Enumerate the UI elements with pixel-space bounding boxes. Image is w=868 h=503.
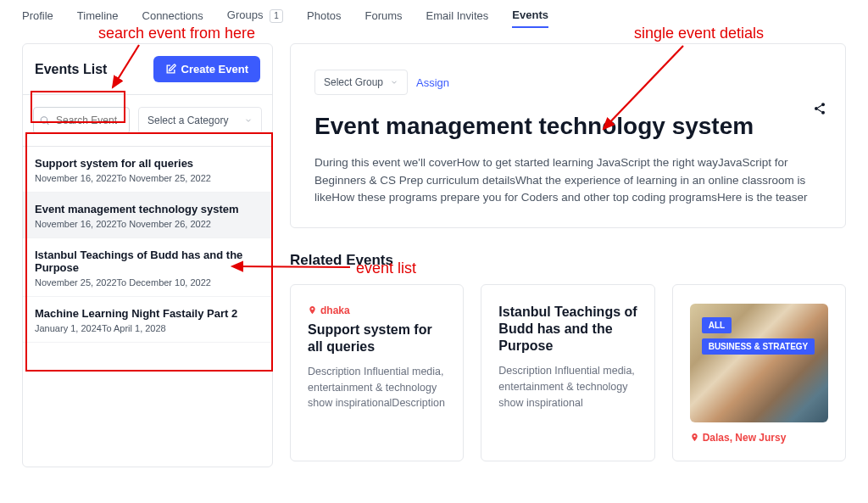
tag: BUSINESS & STRATEGY bbox=[702, 338, 815, 355]
related-card[interactable]: Istanbul Teachings of Budd has and the P… bbox=[481, 284, 654, 461]
events-list-title: Events List bbox=[35, 62, 107, 77]
nav-forums[interactable]: Forums bbox=[365, 9, 403, 27]
event-row[interactable]: Machine Learning Night Fastaily Part 2 J… bbox=[23, 297, 272, 343]
tag: ALL bbox=[702, 317, 732, 333]
related-card[interactable]: dhaka Support system for all queries Des… bbox=[290, 284, 464, 461]
nav-timeline[interactable]: Timeline bbox=[77, 9, 119, 27]
chevron-down-icon bbox=[244, 116, 253, 125]
event-row-title: Machine Learning Night Fastaily Part 2 bbox=[35, 307, 260, 320]
nav-profile[interactable]: Profile bbox=[22, 9, 53, 27]
related-events-heading: Related Events bbox=[290, 252, 846, 269]
card-title: Support system for all queries bbox=[308, 321, 446, 355]
event-title: Event management technology system bbox=[314, 112, 821, 141]
pin-icon bbox=[308, 305, 317, 316]
event-row-title: Event management technology system bbox=[35, 203, 260, 215]
event-detail-card: Select Group Assign Event management tec… bbox=[290, 43, 846, 228]
card-location: Dalas, New Jursy bbox=[690, 432, 787, 444]
svg-point-0 bbox=[41, 117, 47, 124]
nav-groups[interactable]: Groups 1 bbox=[227, 8, 283, 28]
related-events-cards: dhaka Support system for all queries Des… bbox=[290, 284, 846, 461]
nav-photos[interactable]: Photos bbox=[307, 9, 341, 27]
nav-connections[interactable]: Connections bbox=[142, 9, 203, 27]
event-row-title: Istanbul Teachings of Budd has and the P… bbox=[35, 249, 260, 274]
category-select-label: Select a Category bbox=[147, 115, 228, 126]
svg-point-3 bbox=[821, 111, 825, 115]
groups-count-badge: 1 bbox=[270, 9, 283, 23]
event-row[interactable]: Support system for all queries November … bbox=[23, 147, 272, 193]
card-location: dhaka bbox=[308, 305, 350, 316]
nav-groups-label: Groups bbox=[227, 8, 264, 21]
chevron-down-icon bbox=[390, 78, 398, 87]
card-title: Istanbul Teachings of Budd has and the P… bbox=[498, 304, 637, 355]
events-list-panel: Events List Create Event Select a Catego… bbox=[22, 43, 273, 467]
event-row-dates: January 1, 2024To April 1, 2028 bbox=[35, 323, 260, 333]
event-row-dates: November 16, 2022To November 25, 2022 bbox=[35, 173, 260, 183]
pin-icon bbox=[690, 432, 699, 443]
search-input-wrap bbox=[33, 107, 130, 134]
card-desc: Description Influential media, entertain… bbox=[498, 363, 637, 411]
event-row[interactable]: Istanbul Teachings of Budd has and the P… bbox=[23, 238, 272, 297]
card-tags: ALL BUSINESS & STRATEGY bbox=[702, 317, 828, 355]
event-description: During this event we'll coverHow to get … bbox=[314, 154, 821, 208]
related-card[interactable]: ALL BUSINESS & STRATEGY Dalas, New Jursy bbox=[672, 284, 846, 461]
events-list: Support system for all queries November … bbox=[23, 147, 272, 343]
group-select[interactable]: Select Group bbox=[314, 70, 408, 95]
create-event-button[interactable]: Create Event bbox=[153, 56, 260, 82]
card-desc: Description Influential media, entertain… bbox=[308, 364, 446, 411]
event-detail-area: Select Group Assign Event management tec… bbox=[290, 43, 846, 467]
search-icon bbox=[39, 115, 50, 126]
svg-point-2 bbox=[815, 107, 818, 110]
share-icon[interactable] bbox=[813, 102, 826, 115]
category-select[interactable]: Select a Category bbox=[138, 107, 262, 134]
card-image: ALL BUSINESS & STRATEGY bbox=[690, 304, 828, 422]
top-nav: Profile Timeline Connections Groups 1 Ph… bbox=[0, 0, 868, 35]
group-select-label: Select Group bbox=[324, 76, 383, 88]
event-row-dates: November 25, 2022To December 10, 2022 bbox=[35, 277, 260, 288]
event-row-dates: November 16, 2022To November 26, 2022 bbox=[35, 219, 260, 229]
card-location-text: dhaka bbox=[320, 305, 350, 316]
nav-events[interactable]: Events bbox=[512, 8, 548, 28]
create-event-label: Create Event bbox=[181, 63, 248, 75]
assign-link[interactable]: Assign bbox=[416, 76, 449, 89]
svg-point-1 bbox=[821, 103, 825, 106]
event-row[interactable]: Event management technology system Novem… bbox=[23, 193, 272, 238]
edit-icon bbox=[165, 64, 176, 75]
event-row-title: Support system for all queries bbox=[35, 157, 260, 170]
nav-email-invites[interactable]: Email Invites bbox=[426, 9, 489, 27]
card-location-text: Dalas, New Jursy bbox=[703, 432, 787, 444]
